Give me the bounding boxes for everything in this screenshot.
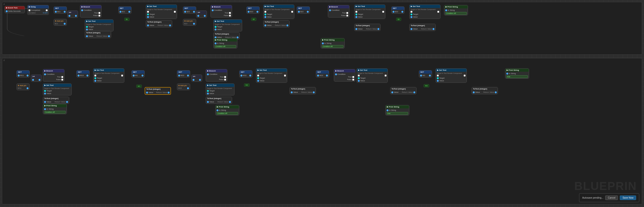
set-text-b2-main[interactable]: ▶ Set Text Target in Text Render Compone…: [93, 68, 124, 83]
compare-b1[interactable]: >=: [31, 75, 42, 82]
top-panel-label: z: [4, 3, 5, 5]
totext-b7[interactable]: ToText (integer) ValueReturn Value: [472, 87, 498, 94]
compare-node-1[interactable]: >=: [67, 11, 78, 18]
set-text-b4[interactable]: ▶ Set Text Target in Text Render Compone…: [206, 83, 234, 95]
set-text-b7[interactable]: ▶ Set Text Target in Text Render Compone…: [436, 68, 467, 83]
autosave-toast: Autosave pending... Cancel Save Now: [579, 193, 639, 202]
totext-b4[interactable]: ToText (integer) ValueReturn Value: [206, 97, 232, 104]
value-badge-m2-2: M2: [424, 84, 429, 87]
addpin-b4[interactable]: ⊕ Add pin M22: [177, 83, 190, 90]
branch-node-1[interactable]: ▶ Branch Condition True False: [80, 5, 102, 18]
event-tick-node[interactable]: ▶ Event Tick Delta Seconds: [4, 6, 25, 13]
set-b2[interactable]: SET M13: [76, 70, 90, 78]
bottom-panel-label: z: [4, 59, 5, 61]
set-text-3[interactable]: ▶ Set Text Target in Text Render Compone…: [214, 20, 242, 32]
addpin-1[interactable]: ⊕ Add pin $11: [54, 19, 67, 26]
save-now-button[interactable]: Save Now: [620, 195, 636, 200]
top-panel: z ▶ Event Tick Delta Seconds ▶ Delay Com…: [2, 2, 642, 55]
branch-node-3[interactable]: ▶ Branch Condition True False: [328, 5, 350, 18]
value-badge-3: $2: [396, 18, 401, 21]
set-b7[interactable]: SET M2: [419, 70, 432, 78]
print-b1[interactable]: ▶ Print String In String Condition off!: [43, 104, 67, 114]
print-string-1[interactable]: ▶ Print String In String Condition off!: [214, 38, 237, 49]
totext-5[interactable]: ToText (integer) ValueReturn Value: [354, 24, 380, 31]
print-b-last[interactable]: ▶ Print String In String true: [385, 105, 409, 115]
totext-b5[interactable]: ToText (integer) ValueReturn Value: [290, 87, 316, 94]
totext-b2-highlighted[interactable]: ToText (integer) ValueReturn Value: [145, 87, 171, 95]
addpin-2[interactable]: ⊕ Add pin $22: [183, 19, 196, 26]
print-b-far-right[interactable]: ▶ Print String In String true: [505, 68, 529, 79]
branch-b4[interactable]: ▶ Branch Condition True False: [206, 69, 227, 82]
set-node-4[interactable]: SET $22: [246, 7, 260, 14]
set-b4[interactable]: SET M22: [177, 70, 190, 78]
totext-1[interactable]: ToText (integer) ValueReturn Value: [85, 31, 111, 38]
branch-b1[interactable]: ▶ Branch Condition True False: [43, 69, 64, 82]
value-badge-2: $2: [251, 18, 256, 21]
set-b3[interactable]: SET M1: [132, 70, 145, 78]
set-text-4[interactable]: ▶ Set Text Target in Text Render Compone…: [263, 5, 294, 19]
value-badge-1: $1: [124, 18, 129, 21]
set-text-main-top[interactable]: ▶ Set Text Target in Text Render Compone…: [146, 5, 177, 19]
totext-b6[interactable]: ToText (integer) ValueReturn Value: [390, 87, 416, 94]
branch-b6[interactable]: ▶ Branch Condition True False: [334, 69, 356, 82]
value-badge-m1: M1: [136, 85, 142, 88]
branch-node-2[interactable]: ▶ Branch Condition True False: [210, 5, 232, 18]
set-text-b1[interactable]: ▶ Set Text Target in Text Render Compone…: [43, 83, 72, 95]
toast-text: Autosave pending...: [582, 196, 603, 199]
set-node-2[interactable]: SET $11: [118, 7, 132, 14]
set-node-1[interactable]: SET $11: [54, 7, 67, 14]
totext-4[interactable]: ToText (integer) ValueReturn Value: [263, 20, 290, 27]
compare-node-2[interactable]: >=: [196, 11, 207, 18]
set-node-6[interactable]: SET $22: [391, 7, 404, 14]
totext-b1[interactable]: ToText (integer) ValueReturn Value: [43, 97, 69, 104]
set-text-1-top[interactable]: ▶ Set Text Target in Text Render Compone…: [85, 20, 114, 32]
set-text-b5-main[interactable]: ▶ Set Text Target in Text Render Compone…: [256, 68, 287, 83]
value-badge-m2: M2: [244, 83, 250, 87]
set-b5[interactable]: SET M22: [239, 70, 252, 78]
print-string-top-right[interactable]: ▶ Print String In String Condition off!: [444, 5, 468, 15]
set-text-5[interactable]: ▶ Set Text Target in Text Render Compone…: [354, 5, 385, 19]
set-b1[interactable]: SET M11: [16, 70, 30, 78]
set-text-6[interactable]: ▶ Set Text Target in Text Render Compone…: [409, 5, 440, 19]
totext-2-top[interactable]: ToText (integer) ValueReturn Value: [146, 20, 172, 27]
set-node-5[interactable]: SET $22: [297, 7, 310, 14]
addpin-b1[interactable]: ⊕ Add pin M11: [16, 83, 30, 90]
set-b6[interactable]: SET M22: [316, 70, 329, 78]
set-text-b6[interactable]: ▶ Set Text Target in Text Render Compone…: [356, 68, 388, 83]
bottom-panel: z SET M11 >= ⊕ Add pin M11 ▶ Branch Cond…: [2, 58, 642, 204]
delay-node[interactable]: ▶ Delay Completed Duration0.025: [27, 5, 49, 15]
compare-b4[interactable]: >=: [191, 75, 202, 82]
totext-6[interactable]: ToText (integer) ValueReturn Value: [409, 24, 436, 31]
cancel-button[interactable]: Cancel: [605, 195, 618, 200]
set-node-3[interactable]: SET $22: [183, 7, 196, 14]
print-string-top-far[interactable]: ▶ Print String In String Condition off!: [321, 38, 345, 49]
print-b4[interactable]: ▶ Print String In String Condition off!: [215, 105, 239, 115]
